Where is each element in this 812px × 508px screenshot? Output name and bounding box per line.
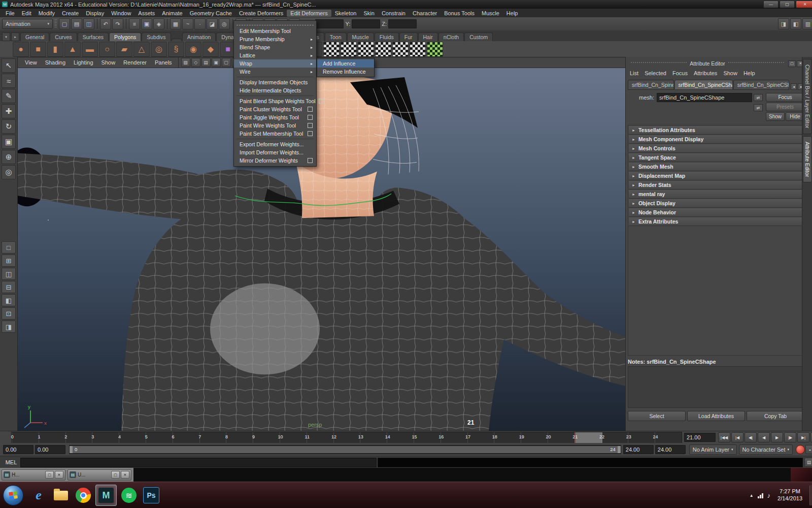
lasso-tool-icon[interactable]: ≈	[2, 74, 16, 88]
panel-menu-lighting[interactable]: Lighting	[70, 59, 97, 66]
float-panel-icon[interactable]: ▢	[788, 60, 796, 67]
layout-three-pane-bottom-icon[interactable]: ⊡	[2, 307, 16, 320]
section-tessellation-attributes[interactable]: ►Tessellation Attributes	[629, 126, 803, 135]
start-button[interactable]	[3, 485, 23, 505]
snap-to-plane-icon[interactable]: ◪	[207, 18, 218, 29]
animation-preferences-icon[interactable]: ◒	[805, 445, 812, 454]
playback-range-block[interactable]: 0 24	[70, 446, 621, 453]
panel-menu-renderer[interactable]: Renderer	[119, 59, 151, 66]
menu-display[interactable]: Display	[82, 10, 108, 17]
shelf-tab-fur[interactable]: Fur	[399, 33, 418, 41]
show-desktop-button[interactable]	[809, 485, 812, 505]
image-plane-icon[interactable]: ▢	[222, 58, 231, 67]
shelf-tab-curves[interactable]: Curves	[50, 33, 77, 41]
menu-bonus-tools[interactable]: Bonus Tools	[441, 10, 478, 17]
close-button[interactable]: ✕	[796, 1, 812, 8]
show-button[interactable]: Show	[766, 112, 785, 121]
maya-taskbar-button[interactable]: M	[95, 485, 117, 506]
shelf-tab-animation[interactable]: Animation	[182, 33, 216, 41]
bookmark-icon[interactable]: ▣	[212, 58, 221, 67]
presets-button[interactable]: Presets	[766, 103, 804, 111]
maximize-button[interactable]: ▢	[780, 1, 795, 8]
section-mesh-controls[interactable]: ►Mesh Controls	[629, 144, 803, 153]
platonic-solid-icon[interactable]: ◆	[202, 42, 219, 57]
lock-camera-icon[interactable]: ◇	[191, 58, 200, 67]
panel-menu-show[interactable]: Show	[97, 59, 120, 66]
menu-set-dropdown[interactable]: Animation ▾	[2, 19, 53, 29]
ae-menu-focus[interactable]: Focus	[670, 70, 692, 76]
poly-pipe-icon[interactable]: ◎	[151, 42, 167, 57]
copy-tab-button[interactable]: Copy Tab	[747, 411, 804, 421]
toggle-channel-box-icon[interactable]: ▥	[802, 18, 812, 29]
ae-menu-list[interactable]: List	[628, 70, 642, 76]
menu-skeleton[interactable]: Skeleton	[331, 10, 360, 17]
option-box-icon[interactable]	[308, 158, 313, 163]
load-attributes-button[interactable]: Load Attributes	[687, 411, 745, 421]
checker-map-icon[interactable]	[358, 42, 374, 57]
poly-soccer-ball-icon[interactable]: ◉	[185, 42, 201, 57]
timeline-scrub-area[interactable]: 01 23 45 67 89 1011 1213 1415 1617 1819 …	[11, 432, 682, 443]
select-by-component-icon[interactable]: ◈	[153, 18, 164, 29]
ae-menu-attributes[interactable]: Attributes	[692, 70, 721, 76]
focus-button[interactable]: Focus	[766, 93, 804, 102]
option-box-icon[interactable]	[319, 99, 324, 104]
menu-create[interactable]: Create	[58, 10, 82, 17]
poly-pyramid-icon[interactable]: △	[133, 42, 150, 57]
shelf-tab-surfaces[interactable]: Surfaces	[78, 33, 109, 41]
select-camera-icon[interactable]: ▧	[181, 58, 190, 67]
file-explorer-button[interactable]	[51, 485, 71, 505]
toggle-attribute-editor-icon[interactable]: ◨	[778, 18, 789, 29]
menu-item-blend-shape[interactable]: Blend Shape▸	[234, 43, 316, 51]
range-end-handle[interactable]	[618, 446, 621, 453]
ae-tab-srfbind-cn-spinecshape-2[interactable]: srfBind_Cn_SpineCShap	[733, 80, 789, 90]
panel-drag-grip[interactable]	[728, 62, 784, 66]
poly-cylinder-icon[interactable]: ▮	[47, 42, 63, 57]
select-button[interactable]: Select	[628, 411, 686, 421]
animation-end-field[interactable]: 24.00	[655, 445, 686, 454]
poly-prism-icon[interactable]: ▰	[116, 42, 132, 57]
shelf-tab-ncloth[interactable]: nCloth	[438, 33, 464, 41]
show-hidden-icons-button[interactable]: ▲	[750, 493, 754, 498]
section-tangent-space[interactable]: ►Tangent Space	[629, 153, 803, 162]
menu-muscle[interactable]: Muscle	[478, 10, 503, 17]
menu-item-paint-jiggle-weights-tool[interactable]: Paint Jiggle Weights Tool	[234, 113, 316, 121]
go-to-start-button[interactable]: |◀◀	[718, 432, 730, 442]
menu-item-paint-cluster-weights-tool[interactable]: Paint Cluster Weights Tool	[234, 105, 316, 113]
poly-sphere-icon[interactable]: ●	[13, 42, 29, 57]
scale-tool-icon[interactable]: ▣	[2, 135, 16, 149]
mel-label[interactable]: MEL	[2, 459, 20, 465]
menu-help[interactable]: Help	[503, 10, 522, 17]
menu-item-remove-influence[interactable]: Remove Influence	[317, 68, 374, 76]
notes-textarea[interactable]	[628, 366, 804, 408]
shelf-tab-subdivs[interactable]: Subdivs	[142, 33, 171, 41]
animation-start-field[interactable]: 0.00	[3, 445, 33, 454]
spotify-button[interactable]: ≋	[119, 485, 139, 505]
select-tool-icon[interactable]: ↖	[2, 58, 16, 73]
layout-three-pane-left-icon[interactable]: ◧	[2, 294, 16, 306]
checker-map-icon[interactable]	[392, 42, 409, 57]
menu-character[interactable]: Character	[409, 10, 441, 17]
snap-to-grid-icon[interactable]: ▦	[170, 18, 181, 29]
volume-icon[interactable]: ♪	[767, 492, 771, 499]
viewport-canvas[interactable]: y x persp 21	[18, 68, 626, 431]
select-by-hierarchy-icon[interactable]: ≡	[129, 18, 140, 29]
menu-item-display-intermediate-objects[interactable]: Display Intermediate Objects	[234, 78, 316, 86]
checker-map-icon[interactable]	[375, 42, 391, 57]
close-window-icon[interactable]: ✕	[55, 471, 63, 479]
ae-menu-help[interactable]: Help	[741, 70, 759, 76]
menu-modify[interactable]: Modify	[35, 10, 58, 17]
x-input[interactable]	[315, 19, 344, 28]
menu-item-paint-blend-shape-weights-tool[interactable]: Paint Blend Shape Weights Tool	[234, 97, 316, 105]
menu-item-add-influence[interactable]: Add Influence	[317, 59, 374, 68]
network-icon[interactable]	[758, 492, 763, 498]
ae-menu-show[interactable]: Show	[721, 70, 741, 76]
menu-item-edit-membership-tool[interactable]: Edit Membership Tool	[234, 27, 316, 35]
menu-item-hide-intermediate-objects[interactable]: Hide Intermediate Objects	[234, 86, 316, 94]
layout-four-pane-icon[interactable]: ⊞	[2, 255, 16, 267]
layout-two-pane-stacked-icon[interactable]: ⊟	[2, 281, 16, 293]
layout-outliner-persp-icon[interactable]: ◨	[2, 321, 16, 333]
toggle-tool-settings-icon[interactable]: ◧	[790, 18, 801, 29]
auto-keyframe-button[interactable]	[796, 445, 805, 454]
poly-cube-icon[interactable]: ■	[30, 42, 46, 57]
shelf-tab-muscle[interactable]: Muscle	[347, 33, 374, 41]
